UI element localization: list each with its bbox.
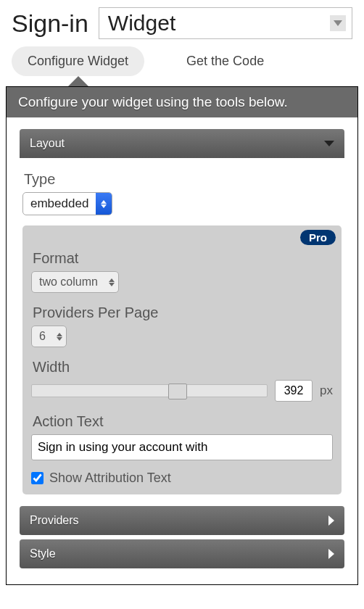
action-text-label: Action Text [33, 413, 333, 430]
stepper-icon [105, 278, 118, 286]
panel-instruction: Configure your widget using the tools be… [7, 87, 357, 117]
action-text-input[interactable] [31, 434, 333, 460]
format-label: Format [33, 250, 333, 267]
width-label: Width [33, 359, 333, 376]
svg-marker-0 [334, 20, 342, 26]
accordion-layout-title: Layout [30, 137, 65, 150]
type-select[interactable]: embedded [22, 192, 112, 215]
format-value: two column [32, 276, 105, 289]
widget-type-dropdown[interactable]: Widget [99, 7, 352, 39]
slider-thumb[interactable] [168, 384, 187, 399]
chevron-down-icon [330, 15, 346, 31]
accordion-style-title: Style [30, 547, 56, 560]
pro-settings-group: Pro Format two column Providers Per Page… [22, 225, 342, 494]
attribution-label: Show Attribution Text [49, 471, 171, 486]
pro-badge: Pro [300, 230, 336, 245]
chevron-down-icon [324, 141, 334, 146]
widget-type-value: Widget [108, 11, 175, 36]
accordion-style-header[interactable]: Style [20, 539, 344, 568]
width-input[interactable] [275, 380, 313, 402]
chevron-right-icon [328, 549, 334, 559]
attribution-row[interactable]: Show Attribution Text [31, 471, 333, 486]
accordion-layout-header[interactable]: Layout [20, 129, 344, 158]
page-title: Sign-in [12, 9, 88, 38]
attribution-checkbox[interactable] [31, 472, 44, 484]
chevron-right-icon [328, 515, 334, 526]
stepper-icon [96, 193, 112, 215]
ppp-label: Providers Per Page [33, 304, 333, 321]
tab-configure-widget[interactable]: Configure Widget [12, 46, 144, 76]
stepper-icon [53, 333, 66, 341]
tab-get-the-code[interactable]: Get the Code [170, 46, 280, 76]
ppp-select[interactable]: 6 [31, 326, 67, 347]
width-slider[interactable] [31, 384, 268, 397]
accordion-layout-content: Type embedded Pro Format two column Prov… [20, 158, 344, 499]
type-label: Type [24, 171, 342, 188]
format-select[interactable]: two column [31, 271, 119, 293]
width-unit: px [320, 384, 333, 398]
accordion-providers-header[interactable]: Providers [20, 506, 344, 535]
ppp-value: 6 [32, 330, 53, 343]
type-value: embedded [23, 196, 96, 211]
accordion-providers-title: Providers [30, 514, 79, 527]
